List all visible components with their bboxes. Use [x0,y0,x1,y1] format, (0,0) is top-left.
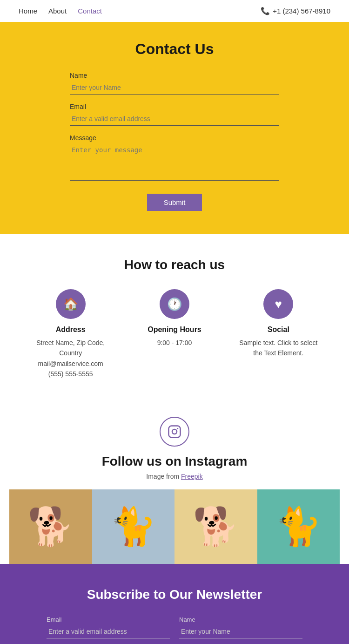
contact-submit-button[interactable]: Submit [147,194,202,211]
hours-icon: 🕐 [160,289,189,319]
svg-point-1 [172,429,177,434]
contact-title: Contact Us [70,41,279,58]
address-icon: 🏠 [56,289,86,319]
nav-phone: 📞 +1 (234) 567-8910 [261,7,330,15]
instagram-title: Follow us on Instagram [9,454,340,469]
newsletter-name-label: Name [179,616,302,623]
instagram-sub: Image from Freepik [9,473,340,480]
newsletter-email-group: Email [47,616,170,638]
name-input[interactable] [70,81,279,95]
nav-links: Home About Contact [19,7,102,15]
photo-3: 🐕 [174,489,257,564]
reach-address: 🏠 Address Street Name, Zip Code, Country… [19,289,122,380]
hours-content: 9:00 - 17:00 [132,338,217,348]
instagram-section: Follow us on Instagram Image from Freepi… [0,398,349,564]
message-input[interactable] [70,143,279,181]
navbar: Home About Contact 📞 +1 (234) 567-8910 [0,0,349,22]
name-label: Name [70,72,279,79]
nav-contact[interactable]: Contact [78,7,102,15]
contact-section: Contact Us Name Email Message Submit [0,22,349,234]
social-icon: ♥ [263,289,293,319]
name-group: Name [70,72,279,95]
email-label: Email [70,103,279,110]
photo-2: 🐈 [92,489,175,564]
email-group: Email [70,103,279,126]
reach-hours: 🕐 Opening Hours 9:00 - 17:00 [122,289,226,380]
nav-about[interactable]: About [48,7,67,15]
social-content: Sample text. Click to select the Text El… [236,338,321,359]
newsletter-section: Subscribe to Our Newsletter Email Name S… [0,564,349,644]
newsletter-title: Subscribe to Our Newsletter [47,587,302,602]
svg-rect-0 [169,426,181,437]
photo-4: 🐈 [257,489,340,564]
reach-title: How to reach us [19,258,330,272]
newsletter-email-input[interactable] [47,625,170,638]
address-content: Street Name, Zip Code, Countrymail@mails… [28,338,113,380]
email-input[interactable] [70,112,279,126]
message-group: Message [70,134,279,183]
newsletter-name-group: Name [179,616,302,638]
instagram-icon [160,417,189,447]
message-label: Message [70,134,279,142]
nav-home[interactable]: Home [19,7,37,15]
phone-number: +1 (234) 567-8910 [273,7,330,15]
social-title: Social [236,325,321,334]
newsletter-row: Email Name [47,616,302,638]
instagram-sub-text: Image from [146,473,181,480]
photo-1: 🐕 [9,489,92,564]
photo-grid: 🐕 🐈 🐕 🐈 [9,489,340,564]
newsletter-name-input[interactable] [179,625,302,638]
address-title: Address [28,325,113,334]
svg-point-2 [177,427,179,429]
hours-title: Opening Hours [132,325,217,334]
reach-section: How to reach us 🏠 Address Street Name, Z… [0,234,349,398]
newsletter-email-label: Email [47,616,170,623]
reach-social: ♥ Social Sample text. Click to select th… [227,289,330,380]
freepik-link[interactable]: Freepik [181,473,203,480]
reach-grid: 🏠 Address Street Name, Zip Code, Country… [19,289,330,380]
phone-icon: 📞 [261,7,270,15]
contact-form: Name Email Message Submit [70,72,279,211]
